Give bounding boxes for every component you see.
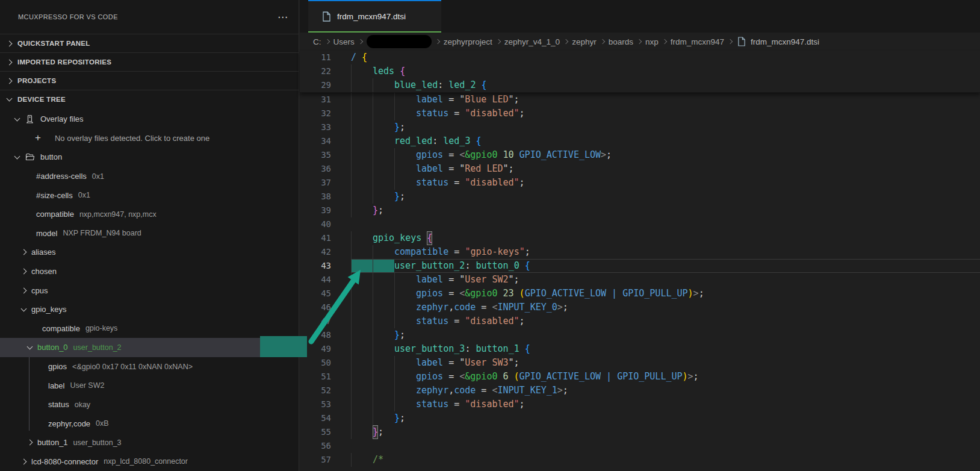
line-number[interactable]: 31: [300, 93, 331, 107]
line-number[interactable]: 38: [300, 190, 331, 204]
code-text[interactable]: label = "User SW2";: [351, 273, 980, 287]
tree-row-button-1[interactable]: button_1user_button_3: [0, 433, 299, 452]
chevron-right-icon[interactable]: [21, 269, 27, 275]
code-line-50[interactable]: 50label = "User SW3";: [300, 356, 980, 370]
line-number[interactable]: 33: [300, 120, 331, 134]
tree-row-no-overlay-files-detected-click-to-create-one[interactable]: +No overlay files detected. Click to cre…: [0, 129, 299, 148]
chevron-down-icon[interactable]: [21, 305, 27, 311]
line-number[interactable]: 44: [300, 273, 331, 287]
code-line-11[interactable]: 11/ {: [300, 51, 980, 64]
code-text[interactable]: label = "User SW3";: [351, 356, 980, 370]
code-text[interactable]: gpios = <&gpio0 23 (GPIO_ACTIVE_LOW | GP…: [351, 287, 980, 301]
line-number[interactable]: 52: [300, 384, 331, 398]
code-text[interactable]: red_led: led_3 {: [351, 134, 980, 148]
line-number[interactable]: 50: [300, 356, 331, 370]
tree-row-cpus[interactable]: cpus: [0, 281, 299, 300]
tab-frdm-mcxn947-dtsi[interactable]: frdm_mcxn947.dtsi: [308, 0, 441, 33]
code-text[interactable]: blue_led: led_2 {: [351, 78, 980, 92]
code-text[interactable]: status = "disabled";: [351, 176, 980, 190]
code-line-57[interactable]: 57/*: [300, 453, 980, 467]
tree-row-status[interactable]: statusokay: [0, 395, 299, 414]
breadcrumb-file[interactable]: frdm_mcxn947.dtsi: [736, 37, 819, 47]
line-number[interactable]: 34: [300, 134, 331, 148]
line-number[interactable]: 48: [300, 328, 331, 342]
code-line-46[interactable]: 46zephyr,code = <INPUT_KEY_0>;: [300, 301, 980, 314]
code-line-43[interactable]: 43user_button_2: button_0 {: [300, 259, 980, 273]
code-text[interactable]: [351, 439, 980, 453]
line-number[interactable]: 53: [300, 398, 331, 411]
line-number[interactable]: 41: [300, 231, 331, 245]
code-text[interactable]: };: [351, 411, 980, 425]
breadcrumb-segment-frdm-mcxn947[interactable]: frdm_mcxn947: [671, 37, 724, 46]
code-text[interactable]: zephyr,code = <INPUT_KEY_1>;: [351, 384, 980, 398]
line-number[interactable]: 54: [300, 411, 331, 425]
chevron-down-icon[interactable]: [27, 343, 33, 349]
line-number[interactable]: 49: [300, 342, 331, 356]
breadcrumb-segment-zephyr-v4-1-0[interactable]: zephyr_v4_1_0: [504, 37, 560, 46]
code-line-53[interactable]: 53status = "disabled";: [300, 398, 980, 411]
line-number[interactable]: 43: [300, 259, 331, 273]
code-text[interactable]: };: [351, 190, 980, 204]
line-number[interactable]: 57: [300, 453, 331, 467]
code-line-52[interactable]: 52zephyr,code = <INPUT_KEY_1>;: [300, 384, 980, 398]
code-text[interactable]: };: [351, 120, 980, 134]
code-line-33[interactable]: 33};: [300, 120, 980, 134]
code-text[interactable]: / {: [351, 51, 980, 64]
chevron-right-icon[interactable]: [21, 459, 27, 465]
code-text[interactable]: user_button_3: button_1 {: [351, 342, 980, 356]
code-line-41[interactable]: 41gpio_keys {: [300, 231, 980, 245]
tree-row-button[interactable]: button: [0, 148, 299, 167]
line-number[interactable]: 45: [300, 287, 331, 301]
plus-icon[interactable]: +: [35, 132, 41, 144]
code-line-47[interactable]: 47status = "disabled";: [300, 314, 980, 328]
chevron-right-icon[interactable]: [21, 249, 27, 255]
tree-row-gpio-keys[interactable]: gpio_keys: [0, 300, 299, 319]
code-line-49[interactable]: 49user_button_3: button_1 {: [300, 342, 980, 356]
tree-row-address-cells[interactable]: #address-cells0x1: [0, 167, 299, 186]
chevron-right-icon[interactable]: [21, 287, 27, 293]
code-text[interactable]: compatible = "gpio-keys";: [351, 245, 980, 259]
code-text[interactable]: gpios = <&gpio0 6 (GPIO_ACTIVE_LOW | GPI…: [351, 370, 980, 384]
tree-row-label[interactable]: labelUser SW2: [0, 376, 299, 395]
line-number[interactable]: 42: [300, 245, 331, 259]
code-line-44[interactable]: 44label = "User SW2";: [300, 273, 980, 287]
code-text[interactable]: label = "Red LED";: [351, 162, 980, 176]
tree-row-compatible[interactable]: compatiblenxp,mcxn947, nxp,mcx: [0, 205, 299, 224]
code-text[interactable]: };: [351, 425, 980, 439]
line-number[interactable]: 40: [300, 217, 331, 231]
code-text[interactable]: gpios = <&gpio0 10 GPIO_ACTIVE_LOW>;: [351, 148, 980, 162]
code-line-34[interactable]: 34red_led: led_3 {: [300, 134, 980, 148]
code-line-40[interactable]: 40: [300, 217, 980, 231]
tree-row-compatible[interactable]: compatiblegpio-keys: [0, 319, 299, 338]
code-text[interactable]: status = "disabled";: [351, 398, 980, 411]
tree-row-lcd-8080-connector[interactable]: lcd-8080-connectornxp_lcd_8080_connector: [0, 452, 299, 471]
code-line-56[interactable]: 56: [300, 439, 980, 453]
tree-row-zephyr-code[interactable]: zephyr,code0xB: [0, 414, 299, 434]
code-line-29[interactable]: 29blue_led: led_2 {: [300, 78, 980, 92]
code-text[interactable]: };: [351, 204, 980, 217]
tree-row-aliases[interactable]: aliases: [0, 243, 299, 262]
line-number[interactable]: 51: [300, 370, 331, 384]
code-line-36[interactable]: 36label = "Red LED";: [300, 162, 980, 176]
tree-row-button-0[interactable]: button_0user_button_2: [0, 338, 299, 357]
line-number[interactable]: 32: [300, 107, 331, 120]
tree-row-size-cells[interactable]: #size-cells0x1: [0, 186, 299, 205]
code-line-22[interactable]: 22leds {: [300, 64, 980, 78]
breadcrumb-segment-zephyr[interactable]: zephyr: [572, 37, 597, 46]
code-line-37[interactable]: 37status = "disabled";: [300, 176, 980, 190]
breadcrumb-segment-users[interactable]: Users: [333, 37, 355, 46]
code-line-51[interactable]: 51gpios = <&gpio0 6 (GPIO_ACTIVE_LOW | G…: [300, 370, 980, 384]
code-line-38[interactable]: 38};: [300, 190, 980, 204]
breadcrumb-segment-zephyrproject[interactable]: zephyrproject: [444, 37, 492, 46]
breadcrumb-segment-c[interactable]: C:: [313, 37, 321, 46]
code-line-48[interactable]: 48};: [300, 328, 980, 342]
section-quickstart-panel[interactable]: QUICKSTART PANEL: [0, 34, 299, 52]
line-number[interactable]: 46: [300, 301, 331, 314]
code-line-39[interactable]: 39};: [300, 204, 980, 217]
code-text[interactable]: user_button_2: button_0 {: [351, 259, 980, 273]
line-number[interactable]: 11: [300, 51, 331, 64]
tree-row-chosen[interactable]: chosen: [0, 262, 299, 281]
line-number[interactable]: 35: [300, 148, 331, 162]
code-text[interactable]: status = "disabled";: [351, 107, 980, 120]
section-imported-repositories[interactable]: IMPORTED REPOSITORIES: [0, 52, 299, 71]
